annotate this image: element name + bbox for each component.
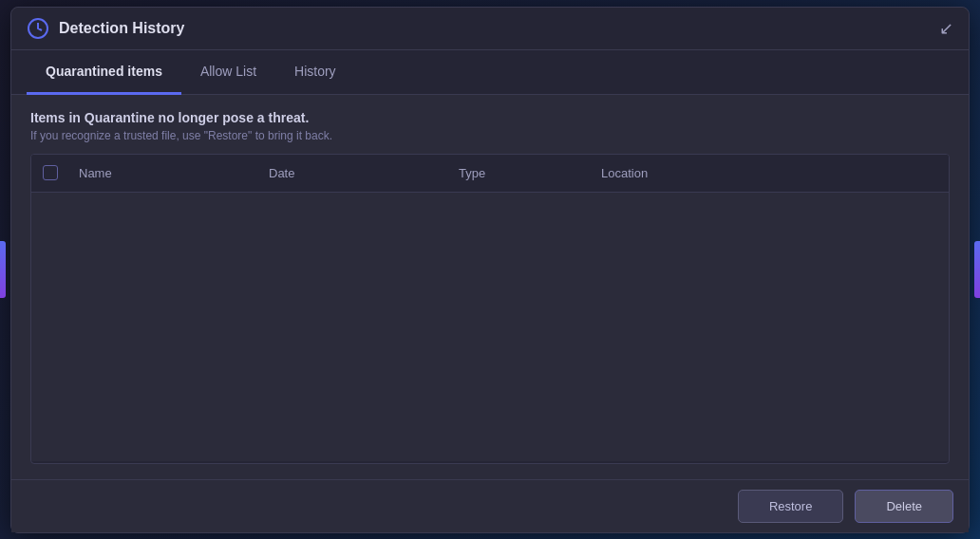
main-window: Detection History ↙ Quarantined items Al… (10, 7, 970, 533)
content-area: Items in Quarantine no longer pose a thr… (11, 95, 969, 479)
select-all-checkbox[interactable] (43, 165, 58, 180)
clock-icon (27, 17, 49, 40)
header-checkbox-cell[interactable] (31, 155, 69, 192)
footer: Restore Delete (11, 479, 969, 532)
column-date: Date (259, 155, 449, 192)
info-title: Items in Quarantine no longer pose a thr… (30, 110, 950, 125)
table-body (31, 193, 949, 461)
left-accent-bar (0, 241, 6, 298)
info-section: Items in Quarantine no longer pose a thr… (30, 110, 950, 142)
info-subtitle: If you recognize a trusted file, use "Re… (30, 129, 950, 142)
column-location: Location (592, 155, 949, 192)
tab-history[interactable]: History (275, 50, 355, 95)
column-name: Name (69, 155, 259, 192)
delete-button[interactable]: Delete (855, 490, 953, 523)
table-header: Name Date Type Location (31, 155, 949, 193)
window-title: Detection History (59, 20, 184, 37)
quarantine-table: Name Date Type Location (30, 154, 950, 464)
column-type: Type (449, 155, 592, 192)
restore-button[interactable]: Restore (738, 490, 844, 523)
titlebar-left: Detection History (27, 17, 184, 40)
right-accent-bar (974, 241, 980, 298)
tabs-bar: Quarantined items Allow List History (11, 50, 969, 95)
minimize-icon[interactable]: ↙ (939, 20, 953, 37)
titlebar: Detection History ↙ (11, 8, 969, 50)
tab-allow-list[interactable]: Allow List (181, 50, 275, 95)
tab-quarantined-items[interactable]: Quarantined items (27, 50, 181, 95)
